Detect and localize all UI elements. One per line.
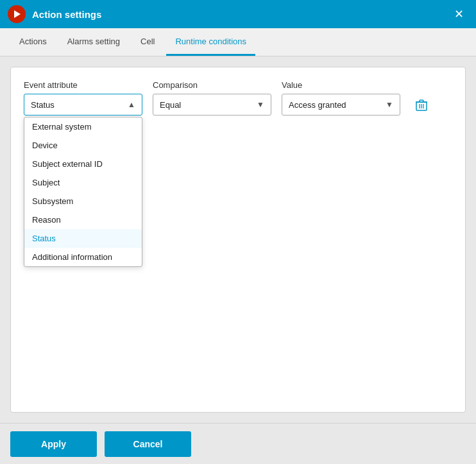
event-attribute-dropdown: External system Device Subject external … (24, 117, 142, 267)
dropdown-item-subject[interactable]: Subject (24, 173, 142, 192)
value-group: Value Access granted ▼ (282, 80, 400, 116)
title-bar: Action settings ✕ (0, 0, 476, 28)
svg-marker-0 (14, 10, 21, 18)
dropdown-item-device[interactable]: Device (24, 136, 142, 155)
app-logo (8, 5, 26, 23)
event-attribute-select[interactable]: Status ▲ (24, 94, 142, 116)
value-text: Access granted (289, 100, 382, 110)
form-row: Event attribute Status ▲ External system… (24, 80, 452, 116)
close-button[interactable]: ✕ (449, 4, 468, 24)
event-attribute-label: Event attribute (24, 80, 142, 90)
comparison-group: Comparison Equal ▼ (153, 80, 271, 116)
dropdown-item-status[interactable]: Status (24, 229, 142, 248)
dropdown-item-subsystem[interactable]: Subsystem (24, 192, 142, 211)
dropdown-item-external-system[interactable]: External system (24, 117, 142, 136)
dropdown-item-subject-external-id[interactable]: Subject external ID (24, 155, 142, 173)
dropdown-item-reason[interactable]: Reason (24, 211, 142, 229)
value-label: Value (282, 80, 400, 90)
comparison-value: Equal (160, 100, 253, 110)
tab-cell[interactable]: Cell (132, 28, 164, 56)
delete-condition-button[interactable] (411, 94, 432, 116)
panel: Event attribute Status ▲ External system… (10, 67, 466, 413)
event-attribute-group: Event attribute Status ▲ External system… (24, 80, 142, 116)
tab-runtime-conditions[interactable]: Runtime conditions (166, 28, 255, 56)
logo-icon (12, 9, 22, 19)
main-content: Event attribute Status ▲ External system… (0, 56, 476, 423)
tab-actions[interactable]: Actions (10, 28, 56, 56)
apply-button[interactable]: Apply (10, 431, 97, 457)
dropdown-item-additional-information[interactable]: Additional information (24, 248, 142, 266)
event-attribute-wrapper: Status ▲ External system Device Subject … (24, 94, 142, 116)
value-select[interactable]: Access granted ▼ (282, 94, 400, 116)
cancel-button[interactable]: Cancel (105, 431, 191, 457)
tabs-bar: Actions Alarms setting Cell Runtime cond… (0, 28, 476, 56)
comparison-select[interactable]: Equal ▼ (153, 94, 271, 116)
tab-alarms-setting[interactable]: Alarms setting (58, 28, 129, 56)
event-attribute-value: Status (31, 100, 124, 110)
bottom-bar: Apply Cancel (0, 423, 476, 464)
chevron-up-icon: ▲ (128, 100, 135, 109)
dialog-title: Action settings (32, 9, 449, 20)
chevron-down-icon: ▼ (257, 100, 264, 109)
trash-icon (416, 99, 427, 112)
comparison-label: Comparison (153, 80, 271, 90)
chevron-down-icon-value: ▼ (386, 100, 393, 109)
